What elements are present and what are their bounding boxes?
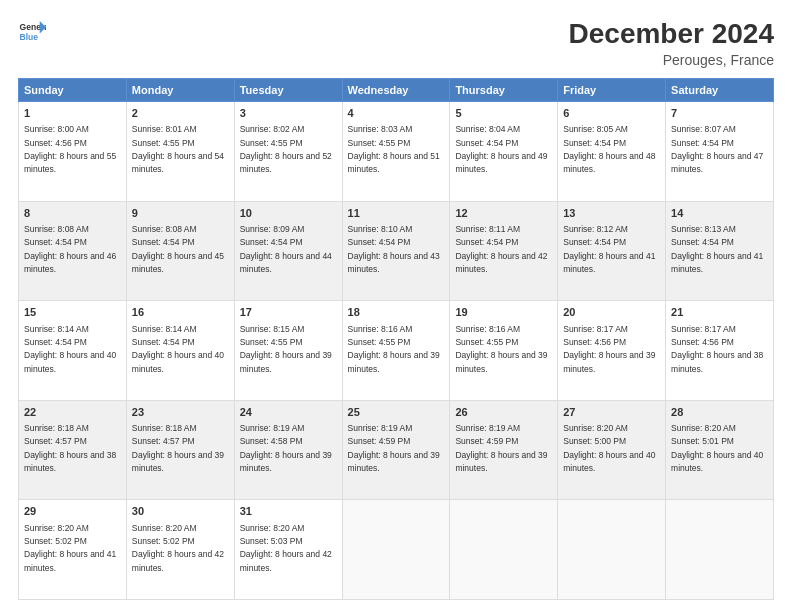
logo: General Blue <box>18 18 46 46</box>
day-info: Sunrise: 8:14 AMSunset: 4:54 PMDaylight:… <box>24 324 116 374</box>
day-cell: 16Sunrise: 8:14 AMSunset: 4:54 PMDayligh… <box>126 301 234 401</box>
day-cell: 7Sunrise: 8:07 AMSunset: 4:54 PMDaylight… <box>666 102 774 202</box>
day-number: 31 <box>240 504 337 519</box>
day-info: Sunrise: 8:07 AMSunset: 4:54 PMDaylight:… <box>671 124 763 174</box>
day-cell: 13Sunrise: 8:12 AMSunset: 4:54 PMDayligh… <box>558 201 666 301</box>
title-block: December 2024 Perouges, France <box>569 18 774 68</box>
day-number: 20 <box>563 305 660 320</box>
day-info: Sunrise: 8:12 AMSunset: 4:54 PMDaylight:… <box>563 224 655 274</box>
day-number: 23 <box>132 405 229 420</box>
day-info: Sunrise: 8:08 AMSunset: 4:54 PMDaylight:… <box>24 224 116 274</box>
day-cell: 27Sunrise: 8:20 AMSunset: 5:00 PMDayligh… <box>558 400 666 500</box>
day-number: 4 <box>348 106 445 121</box>
header: General Blue December 2024 Perouges, Fra… <box>18 18 774 68</box>
day-cell: 25Sunrise: 8:19 AMSunset: 4:59 PMDayligh… <box>342 400 450 500</box>
day-info: Sunrise: 8:18 AMSunset: 4:57 PMDaylight:… <box>132 423 224 473</box>
day-cell: 24Sunrise: 8:19 AMSunset: 4:58 PMDayligh… <box>234 400 342 500</box>
day-cell: 1Sunrise: 8:00 AMSunset: 4:56 PMDaylight… <box>19 102 127 202</box>
day-cell: 4Sunrise: 8:03 AMSunset: 4:55 PMDaylight… <box>342 102 450 202</box>
col-thursday: Thursday <box>450 79 558 102</box>
day-info: Sunrise: 8:05 AMSunset: 4:54 PMDaylight:… <box>563 124 655 174</box>
day-info: Sunrise: 8:00 AMSunset: 4:56 PMDaylight:… <box>24 124 116 174</box>
day-cell <box>666 500 774 600</box>
col-tuesday: Tuesday <box>234 79 342 102</box>
day-number: 7 <box>671 106 768 121</box>
day-info: Sunrise: 8:20 AMSunset: 5:02 PMDaylight:… <box>24 523 116 573</box>
day-number: 21 <box>671 305 768 320</box>
calendar-table: Sunday Monday Tuesday Wednesday Thursday… <box>18 78 774 600</box>
day-number: 12 <box>455 206 552 221</box>
day-number: 13 <box>563 206 660 221</box>
day-info: Sunrise: 8:01 AMSunset: 4:55 PMDaylight:… <box>132 124 224 174</box>
day-info: Sunrise: 8:20 AMSunset: 5:01 PMDaylight:… <box>671 423 763 473</box>
day-number: 5 <box>455 106 552 121</box>
day-cell: 6Sunrise: 8:05 AMSunset: 4:54 PMDaylight… <box>558 102 666 202</box>
day-number: 28 <box>671 405 768 420</box>
week-row-4: 22Sunrise: 8:18 AMSunset: 4:57 PMDayligh… <box>19 400 774 500</box>
day-cell: 15Sunrise: 8:14 AMSunset: 4:54 PMDayligh… <box>19 301 127 401</box>
day-cell: 10Sunrise: 8:09 AMSunset: 4:54 PMDayligh… <box>234 201 342 301</box>
day-cell: 31Sunrise: 8:20 AMSunset: 5:03 PMDayligh… <box>234 500 342 600</box>
col-saturday: Saturday <box>666 79 774 102</box>
day-cell: 11Sunrise: 8:10 AMSunset: 4:54 PMDayligh… <box>342 201 450 301</box>
day-number: 14 <box>671 206 768 221</box>
day-cell: 14Sunrise: 8:13 AMSunset: 4:54 PMDayligh… <box>666 201 774 301</box>
col-sunday: Sunday <box>19 79 127 102</box>
day-number: 19 <box>455 305 552 320</box>
day-cell: 5Sunrise: 8:04 AMSunset: 4:54 PMDaylight… <box>450 102 558 202</box>
day-info: Sunrise: 8:13 AMSunset: 4:54 PMDaylight:… <box>671 224 763 274</box>
week-row-3: 15Sunrise: 8:14 AMSunset: 4:54 PMDayligh… <box>19 301 774 401</box>
day-cell: 9Sunrise: 8:08 AMSunset: 4:54 PMDaylight… <box>126 201 234 301</box>
day-cell: 18Sunrise: 8:16 AMSunset: 4:55 PMDayligh… <box>342 301 450 401</box>
day-info: Sunrise: 8:15 AMSunset: 4:55 PMDaylight:… <box>240 324 332 374</box>
day-cell: 29Sunrise: 8:20 AMSunset: 5:02 PMDayligh… <box>19 500 127 600</box>
day-number: 29 <box>24 504 121 519</box>
day-number: 18 <box>348 305 445 320</box>
day-info: Sunrise: 8:17 AMSunset: 4:56 PMDaylight:… <box>563 324 655 374</box>
day-info: Sunrise: 8:11 AMSunset: 4:54 PMDaylight:… <box>455 224 547 274</box>
day-number: 26 <box>455 405 552 420</box>
day-cell: 23Sunrise: 8:18 AMSunset: 4:57 PMDayligh… <box>126 400 234 500</box>
day-number: 6 <box>563 106 660 121</box>
col-wednesday: Wednesday <box>342 79 450 102</box>
day-info: Sunrise: 8:16 AMSunset: 4:55 PMDaylight:… <box>455 324 547 374</box>
day-number: 24 <box>240 405 337 420</box>
day-info: Sunrise: 8:08 AMSunset: 4:54 PMDaylight:… <box>132 224 224 274</box>
day-cell: 17Sunrise: 8:15 AMSunset: 4:55 PMDayligh… <box>234 301 342 401</box>
day-number: 25 <box>348 405 445 420</box>
day-number: 16 <box>132 305 229 320</box>
header-row: Sunday Monday Tuesday Wednesday Thursday… <box>19 79 774 102</box>
day-cell: 26Sunrise: 8:19 AMSunset: 4:59 PMDayligh… <box>450 400 558 500</box>
week-row-2: 8Sunrise: 8:08 AMSunset: 4:54 PMDaylight… <box>19 201 774 301</box>
svg-text:Blue: Blue <box>20 32 39 42</box>
day-cell: 2Sunrise: 8:01 AMSunset: 4:55 PMDaylight… <box>126 102 234 202</box>
day-info: Sunrise: 8:03 AMSunset: 4:55 PMDaylight:… <box>348 124 440 174</box>
day-number: 15 <box>24 305 121 320</box>
day-number: 30 <box>132 504 229 519</box>
day-cell: 19Sunrise: 8:16 AMSunset: 4:55 PMDayligh… <box>450 301 558 401</box>
main-title: December 2024 <box>569 18 774 50</box>
day-info: Sunrise: 8:18 AMSunset: 4:57 PMDaylight:… <box>24 423 116 473</box>
page: General Blue December 2024 Perouges, Fra… <box>0 0 792 612</box>
day-number: 2 <box>132 106 229 121</box>
day-cell <box>342 500 450 600</box>
logo-icon: General Blue <box>18 18 46 46</box>
day-number: 8 <box>24 206 121 221</box>
day-info: Sunrise: 8:17 AMSunset: 4:56 PMDaylight:… <box>671 324 763 374</box>
week-row-5: 29Sunrise: 8:20 AMSunset: 5:02 PMDayligh… <box>19 500 774 600</box>
day-cell <box>558 500 666 600</box>
day-number: 22 <box>24 405 121 420</box>
col-friday: Friday <box>558 79 666 102</box>
day-info: Sunrise: 8:14 AMSunset: 4:54 PMDaylight:… <box>132 324 224 374</box>
subtitle: Perouges, France <box>569 52 774 68</box>
day-info: Sunrise: 8:19 AMSunset: 4:59 PMDaylight:… <box>455 423 547 473</box>
day-cell: 8Sunrise: 8:08 AMSunset: 4:54 PMDaylight… <box>19 201 127 301</box>
day-cell: 22Sunrise: 8:18 AMSunset: 4:57 PMDayligh… <box>19 400 127 500</box>
day-info: Sunrise: 8:19 AMSunset: 4:58 PMDaylight:… <box>240 423 332 473</box>
day-info: Sunrise: 8:02 AMSunset: 4:55 PMDaylight:… <box>240 124 332 174</box>
day-cell <box>450 500 558 600</box>
day-number: 17 <box>240 305 337 320</box>
day-number: 10 <box>240 206 337 221</box>
day-cell: 28Sunrise: 8:20 AMSunset: 5:01 PMDayligh… <box>666 400 774 500</box>
day-cell: 21Sunrise: 8:17 AMSunset: 4:56 PMDayligh… <box>666 301 774 401</box>
